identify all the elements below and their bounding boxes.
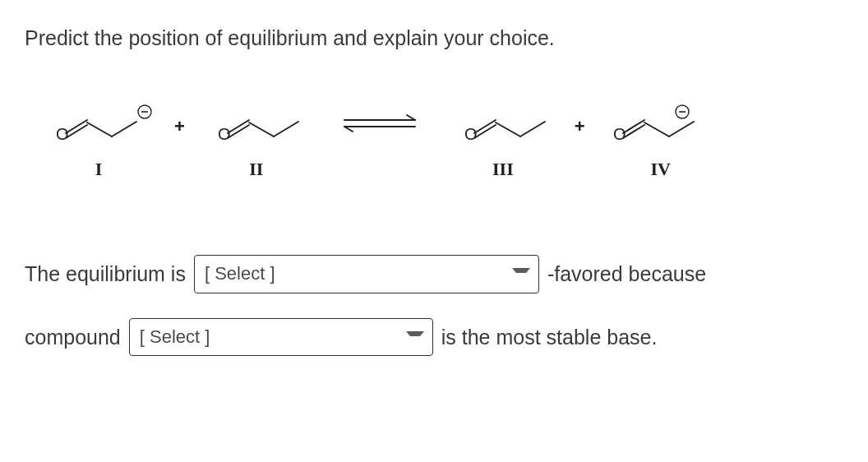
molecule-ii-label: II	[249, 158, 263, 182]
question-text: Predict the position of equilibrium and …	[25, 25, 843, 52]
molecule-iii-structure-icon: O	[450, 97, 556, 146]
svg-line-17	[520, 122, 545, 136]
molecule-iv-structure-icon: O	[603, 97, 718, 146]
answer-suffix-2: is the most stable base.	[441, 324, 658, 351]
equilibrium-arrow-icon	[310, 109, 450, 143]
answer-row-1: The equilibrium is [ Select ] -favored b…	[25, 255, 843, 293]
molecule-iii-label: III	[492, 158, 514, 182]
plus-operator-right: +	[556, 115, 603, 139]
svg-line-3	[112, 122, 136, 136]
svg-text:O: O	[56, 125, 69, 143]
molecule-iv: O IV	[603, 97, 718, 182]
equilibrium-direction-select[interactable]: [ Select ]	[194, 255, 539, 293]
svg-line-2	[87, 122, 112, 136]
svg-text:O: O	[464, 125, 478, 143]
molecule-iii: O III	[450, 97, 556, 182]
compound-select[interactable]: [ Select ]	[129, 318, 433, 357]
svg-line-16	[496, 122, 520, 136]
answer-prefix-2: compound	[25, 324, 121, 351]
answer-row-2: compound [ Select ] is the most stable b…	[25, 318, 843, 357]
molecule-i: O I	[41, 97, 156, 182]
molecule-ii-structure-icon: O	[203, 97, 310, 146]
svg-line-9	[249, 122, 274, 136]
svg-text:O: O	[218, 125, 231, 143]
molecule-ii: O II	[203, 97, 310, 182]
molecule-i-structure-icon: O	[41, 97, 156, 146]
plus-operator-left: +	[156, 115, 203, 139]
molecule-i-label: I	[95, 158, 103, 182]
svg-line-10	[274, 122, 298, 136]
answer-prefix-1: The equilibrium is	[25, 261, 186, 288]
svg-line-22	[669, 122, 694, 136]
reaction-scheme: O I + O II	[25, 97, 843, 182]
molecule-iv-label: IV	[650, 158, 670, 182]
svg-line-21	[644, 122, 669, 136]
svg-text:O: O	[613, 125, 626, 143]
answer-suffix-1: -favored because	[547, 261, 706, 288]
